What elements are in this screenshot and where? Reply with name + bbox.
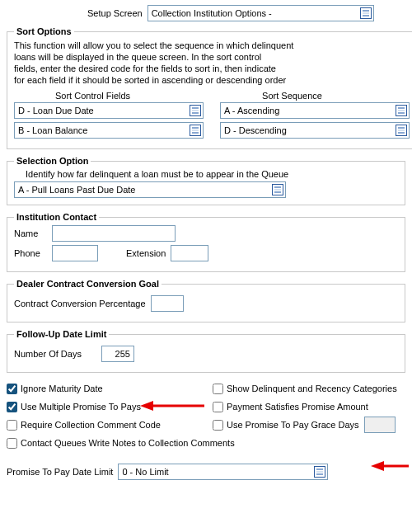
ignore-maturity-box[interactable]	[7, 384, 17, 394]
require-comment-code-checkbox[interactable]: Require Collection Comment Code	[7, 420, 161, 431]
dropdown-icon[interactable]	[394, 103, 409, 118]
sort-field-1-value[interactable]	[15, 103, 188, 118]
dealer-goal-legend: Dealer Contract Conversion Goal	[14, 279, 162, 289]
sort-seq-2-dropdown[interactable]	[220, 122, 410, 139]
use-ptp-grace-label: Use Promise To Pay Grace Days	[227, 420, 359, 430]
show-delinquent-recency-checkbox[interactable]: Show Delinquent and Recency Categories	[213, 384, 397, 394]
extension-input[interactable]	[171, 245, 208, 261]
selection-help: Identify how far delinquent a loan must …	[26, 169, 398, 179]
selection-value[interactable]	[15, 182, 270, 197]
sort-field-2-dropdown[interactable]	[14, 122, 204, 139]
dropdown-icon[interactable]	[394, 123, 409, 138]
sort-options-legend: Sort Options	[14, 26, 74, 36]
conversion-pct-input[interactable]	[151, 295, 184, 312]
ptp-limit-dropdown[interactable]	[118, 464, 328, 480]
sort-seq-1-value[interactable]	[221, 103, 394, 118]
name-label: Name	[14, 228, 47, 238]
followup-legend: Follow-Up Date Limit	[14, 329, 109, 339]
dropdown-icon[interactable]	[312, 464, 327, 479]
contact-queues-label: Contact Queues Write Notes to Collection…	[21, 438, 235, 448]
institution-contact-legend: Institution Contact	[14, 212, 99, 222]
sort-options-help: This function will allow you to select t…	[14, 40, 410, 86]
conversion-pct-label: Contract Conversion Percentage	[14, 299, 146, 308]
sort-field-1-dropdown[interactable]	[14, 102, 204, 119]
ptp-limit-label: Promise To Pay Date Limit	[7, 467, 113, 477]
use-ptp-grace-box[interactable]	[213, 420, 223, 431]
ignore-maturity-checkbox[interactable]: Ignore Maturity Date	[7, 384, 103, 394]
setup-screen-dropdown[interactable]	[147, 5, 374, 21]
followup-days-input[interactable]	[101, 346, 134, 362]
sort-control-header: Sort Control Fields	[55, 91, 130, 101]
contact-queues-box[interactable]	[7, 438, 17, 449]
phone-input[interactable]	[52, 245, 98, 261]
followup-days-label: Number Of Days	[14, 349, 82, 359]
setup-screen-label: Setup Screen	[87, 8, 143, 18]
phone-label: Phone	[14, 248, 47, 258]
multi-ptp-checkbox[interactable]: Use Multiple Promise To Pays	[7, 402, 141, 412]
sort-sequence-header: Sort Sequence	[262, 91, 322, 101]
followup-group: Follow-Up Date Limit Number Of Days	[7, 329, 405, 373]
ignore-maturity-label: Ignore Maturity Date	[21, 384, 103, 393]
ptp-grace-days-input	[364, 417, 396, 433]
payment-satisfies-checkbox[interactable]: Payment Satisfies Promise Amount	[213, 402, 368, 412]
dropdown-icon[interactable]	[358, 6, 373, 21]
selection-option-legend: Selection Option	[14, 156, 91, 166]
show-delinquent-recency-box[interactable]	[213, 384, 223, 394]
dealer-goal-group: Dealer Contract Conversion Goal Contract…	[7, 279, 405, 322]
dropdown-icon[interactable]	[188, 103, 203, 118]
contact-queues-checkbox[interactable]: Contact Queues Write Notes to Collection…	[7, 438, 235, 449]
sort-seq-1-dropdown[interactable]	[220, 102, 410, 119]
dropdown-icon[interactable]	[270, 182, 285, 197]
require-comment-code-label: Require Collection Comment Code	[21, 420, 161, 430]
multi-ptp-label: Use Multiple Promise To Pays	[21, 402, 141, 412]
options-section: Ignore Maturity Date Show Delinquent and…	[7, 379, 405, 452]
multi-ptp-box[interactable]	[7, 402, 17, 412]
sort-seq-2-value[interactable]	[221, 123, 394, 138]
sort-field-2-value[interactable]	[15, 123, 188, 138]
ptp-limit-value[interactable]	[119, 464, 312, 479]
payment-satisfies-box[interactable]	[213, 402, 223, 412]
sort-options-group: Sort Options This function will allow yo…	[7, 26, 412, 149]
payment-satisfies-label: Payment Satisfies Promise Amount	[227, 402, 368, 412]
dropdown-icon[interactable]	[188, 123, 203, 138]
institution-contact-group: Institution Contact Name Phone Extension	[7, 212, 405, 272]
name-input[interactable]	[52, 225, 176, 242]
setup-screen-value[interactable]	[148, 6, 358, 21]
show-delinquent-recency-label: Show Delinquent and Recency Categories	[227, 384, 397, 393]
extension-label: Extension	[126, 248, 166, 258]
use-ptp-grace-checkbox[interactable]: Use Promise To Pay Grace Days	[213, 420, 359, 431]
selection-dropdown[interactable]	[14, 181, 286, 198]
selection-option-group: Selection Option Identify how far delinq…	[7, 156, 405, 205]
require-comment-code-box[interactable]	[7, 420, 17, 431]
